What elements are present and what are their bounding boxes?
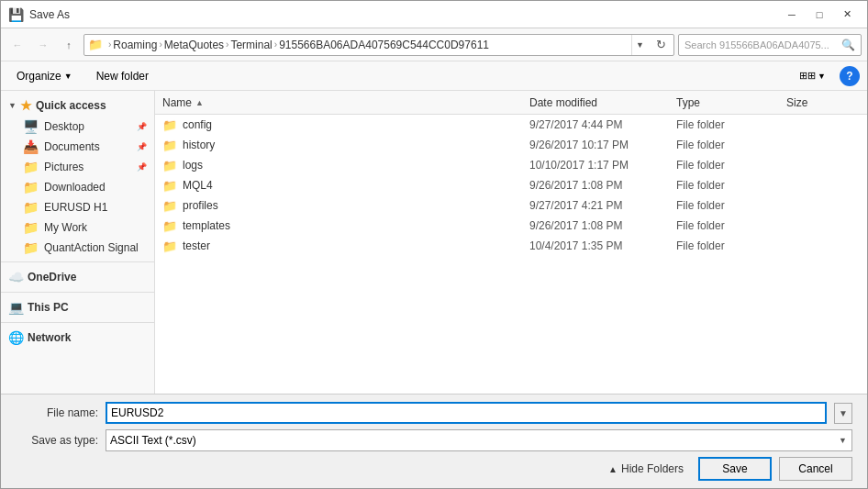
file-name-text: logs: [183, 159, 203, 172]
file-date: 9/26/2017 10:17 PM: [529, 139, 676, 151]
up-button[interactable]: ↑: [58, 34, 80, 56]
address-bar[interactable]: 📁 › Roaming › MetaQuotes › Terminal › 91…: [83, 34, 674, 56]
quantaction-label: QuantAction Signal: [44, 241, 139, 254]
thispc-header[interactable]: 💻 This PC: [1, 296, 154, 318]
help-button[interactable]: ?: [840, 66, 860, 86]
window-icon: 💾: [8, 7, 24, 22]
pictures-folder-icon: 📁: [23, 160, 39, 174]
file-folder-icon: 📁: [162, 199, 177, 213]
file-name-text: MQL4: [183, 179, 213, 192]
sidebar-item-mywork[interactable]: 📁 My Work: [1, 217, 154, 238]
sidebar-item-quantaction[interactable]: 📁 QuantAction Signal: [1, 238, 154, 258]
quantaction-folder-icon: 📁: [23, 240, 39, 255]
table-row[interactable]: 📁 tester 10/4/2017 1:35 PM File folder: [155, 236, 867, 256]
view-button[interactable]: ⊞⊞ ▼: [793, 66, 832, 86]
sidebar-divider-2: [1, 292, 154, 293]
file-type: File folder: [676, 159, 786, 172]
bottom-buttons: ▲ Hide Folders Save Cancel: [16, 457, 852, 481]
file-type: File folder: [676, 219, 786, 232]
quick-access-header[interactable]: ▼ ★ Quick access: [1, 94, 154, 117]
mywork-folder-icon: 📁: [23, 220, 39, 235]
eurusd-label: EURUSD H1: [44, 201, 107, 214]
savetype-label: Save as type:: [16, 434, 98, 447]
file-date: 9/27/2017 4:21 PM: [529, 199, 676, 212]
hide-folders-button[interactable]: ▲ Hide Folders: [601, 459, 691, 479]
file-folder-icon: 📁: [162, 239, 177, 253]
file-folder-icon: 📁: [162, 179, 177, 193]
savetype-select-wrapper: ASCII Text (*.csv): [106, 429, 852, 451]
onedrive-label: OneDrive: [28, 271, 76, 283]
sidebar-item-pictures[interactable]: 📁 Pictures 📌: [1, 157, 154, 177]
title-bar-controls: ─ □ ✕: [779, 5, 860, 25]
close-button[interactable]: ✕: [834, 5, 860, 25]
documents-pin-icon: 📌: [137, 142, 147, 151]
file-type: File folder: [676, 139, 786, 151]
file-name-text: profiles: [183, 199, 218, 212]
save-button[interactable]: Save: [698, 457, 772, 481]
file-type: File folder: [676, 239, 786, 252]
save-as-dialog: 💾 Save As ─ □ ✕ ← → ↑ 📁 › Roaming › Meta…: [0, 0, 868, 489]
onedrive-header[interactable]: ☁️ OneDrive: [1, 266, 154, 288]
cancel-button[interactable]: Cancel: [779, 457, 852, 481]
downloaded-label: Downloaded: [44, 181, 106, 194]
table-row[interactable]: 📁 history 9/26/2017 10:17 PM File folder: [155, 135, 867, 155]
thispc-icon: 💻: [8, 300, 24, 315]
address-part-roaming[interactable]: Roaming: [113, 39, 157, 51]
address-separator-3: ›: [274, 39, 277, 50]
table-row[interactable]: 📁 profiles 9/27/2017 4:21 PM File folder: [155, 195, 867, 216]
window-title: Save As: [29, 8, 70, 21]
column-size-header[interactable]: Size: [786, 96, 860, 109]
column-date-header[interactable]: Date modified: [529, 96, 676, 109]
column-name-header[interactable]: Name ▲: [162, 96, 529, 109]
address-dropdown-button[interactable]: ▼: [631, 35, 648, 55]
action-toolbar: Organize ▼ New folder ⊞⊞ ▼ ?: [1, 61, 867, 91]
file-date: 9/27/2017 4:44 PM: [529, 118, 676, 131]
pictures-pin-icon: 📌: [137, 162, 147, 172]
table-row[interactable]: 📁 MQL4 9/26/2017 1:08 PM File folder: [155, 175, 867, 195]
address-part-metaquotes[interactable]: MetaQuotes: [164, 39, 224, 51]
network-icon: 🌐: [8, 330, 24, 345]
filename-input[interactable]: [106, 402, 827, 424]
table-row[interactable]: 📁 config 9/27/2017 4:44 PM File folder: [155, 115, 867, 135]
address-part-terminal[interactable]: Terminal: [230, 39, 272, 51]
network-header[interactable]: 🌐 Network: [1, 327, 154, 349]
sidebar: ▼ ★ Quick access 🖥️ Desktop 📌 📥 Document…: [1, 91, 155, 394]
file-name-text: history: [183, 139, 215, 151]
file-name-text: templates: [183, 219, 230, 232]
file-name-text: config: [183, 118, 212, 131]
address-refresh-button[interactable]: ↻: [651, 36, 670, 54]
filetype-row: Save as type: ASCII Text (*.csv): [16, 429, 852, 451]
quick-access-star-icon: ★: [20, 98, 32, 113]
search-icon: 🔍: [841, 39, 855, 51]
filename-row: File name: ▼: [16, 402, 852, 424]
sidebar-item-desktop[interactable]: 🖥️ Desktop 📌: [1, 117, 154, 137]
eurusd-folder-icon: 📁: [23, 200, 39, 215]
sidebar-item-downloaded[interactable]: 📁 Downloaded: [1, 177, 154, 197]
filename-dropdown-icon: ▼: [834, 403, 852, 424]
table-row[interactable]: 📁 templates 9/26/2017 1:08 PM File folde…: [155, 216, 867, 236]
file-folder-icon: 📁: [162, 159, 177, 172]
folder-icon-small: 📁: [88, 38, 103, 51]
search-bar[interactable]: Search 915566BA06ADA4075... 🔍: [678, 34, 862, 56]
address-separator-0: ›: [108, 39, 111, 50]
new-folder-button[interactable]: New folder: [88, 66, 157, 86]
column-type-header[interactable]: Type: [676, 96, 786, 109]
address-part-guid[interactable]: 915566BA06ADA407569C544CC0D97611: [279, 39, 489, 51]
file-folder-icon: 📁: [162, 139, 177, 152]
maximize-button[interactable]: □: [807, 5, 832, 25]
savetype-select[interactable]: ASCII Text (*.csv): [106, 429, 852, 451]
minimize-button[interactable]: ─: [779, 5, 805, 25]
organize-button[interactable]: Organize ▼: [8, 66, 81, 86]
column-headers: Name ▲ Date modified Type Size: [155, 91, 867, 115]
content-area: ▼ ★ Quick access 🖥️ Desktop 📌 📥 Document…: [1, 91, 867, 394]
sidebar-item-documents[interactable]: 📥 Documents 📌: [1, 137, 154, 157]
thispc-label: This PC: [28, 301, 69, 314]
file-folder-icon: 📁: [162, 118, 177, 132]
downloaded-folder-icon: 📁: [23, 180, 39, 194]
documents-label: Documents: [44, 140, 100, 153]
desktop-folder-icon: 🖥️: [23, 119, 39, 134]
forward-button[interactable]: →: [32, 34, 54, 56]
sidebar-item-eurusd[interactable]: 📁 EURUSD H1: [1, 197, 154, 217]
table-row[interactable]: 📁 logs 10/10/2017 1:17 PM File folder: [155, 155, 867, 175]
back-button[interactable]: ←: [6, 34, 28, 56]
